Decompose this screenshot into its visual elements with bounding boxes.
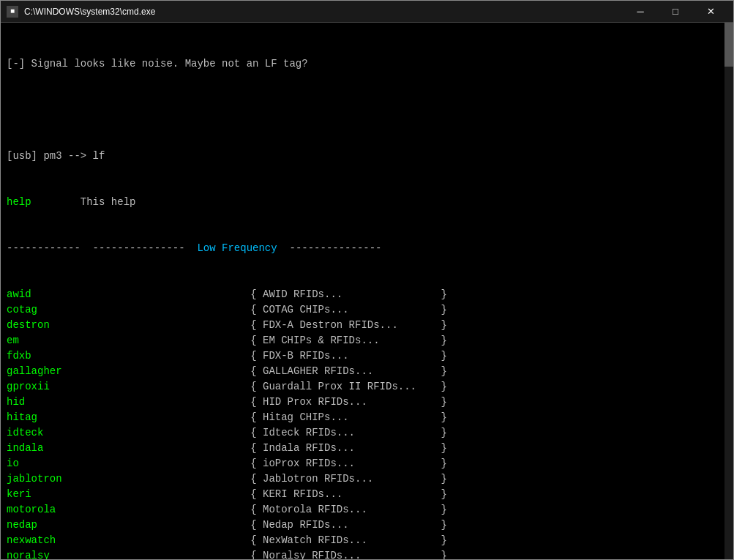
close-button[interactable]: ✕: [694, 1, 727, 23]
table-row: keri { KERI RFIDs... }: [7, 487, 719, 502]
desc-cell: { AWID RFIDs... }: [250, 287, 719, 302]
terminal-body: [-] Signal looks like noise. Maybe not a…: [1, 23, 733, 559]
desc-cell: { ioProx RFIDs... }: [250, 456, 719, 471]
table-row: io { ioProx RFIDs... }: [7, 456, 719, 471]
titlebar: ■ C:\WINDOWS\system32\cmd.exe ─ □ ✕: [1, 1, 733, 23]
table-row: hid { HID Prox RFIDs... }: [7, 395, 719, 410]
desc-cell: { Motorola RFIDs... }: [250, 502, 719, 518]
cmd-cell: hid: [7, 395, 250, 410]
commands-table: awid { AWID RFIDs... } cotag { COTAG CHI…: [7, 287, 719, 559]
cmd-cell: motorola: [7, 502, 250, 518]
cmd-cell: noralsy: [7, 548, 250, 559]
table-row: nexwatch { NexWatch RFIDs... }: [7, 533, 719, 548]
cmd-cell: jablotron: [7, 471, 250, 487]
table-row: cotag { COTAG CHIPs... }: [7, 302, 719, 318]
table-row: hitag { Hitag CHIPs... }: [7, 410, 719, 425]
table-row: idteck { Idteck RFIDs... }: [7, 425, 719, 441]
table-row: fdxb { FDX-B RFIDs... }: [7, 348, 719, 364]
cmd-cell: io: [7, 456, 250, 471]
cmd-cell: destron: [7, 318, 250, 333]
maximize-button[interactable]: □: [659, 1, 692, 23]
desc-cell: { KERI RFIDs... }: [250, 487, 719, 502]
table-row: jablotron { Jablotron RFIDs... }: [7, 471, 719, 487]
table-row: gproxii { Guardall Prox II RFIDs... }: [7, 379, 719, 395]
desc-cell: { Idteck RFIDs... }: [250, 425, 719, 441]
table-row: noralsy { Noralsy RFIDs... }: [7, 548, 719, 559]
minimize-button[interactable]: ─: [623, 1, 657, 23]
cmd-cell: idteck: [7, 425, 250, 441]
desc-cell: { FDX-A Destron RFIDs... }: [250, 318, 719, 333]
desc-cell: { GALLAGHER RFIDs... }: [250, 364, 719, 379]
cmd-cell: gproxii: [7, 379, 250, 395]
window-icon: ■: [7, 6, 18, 18]
scrollbar[interactable]: [724, 23, 733, 559]
cmd-cell: em: [7, 333, 250, 348]
cmd-cell: hitag: [7, 410, 250, 425]
noise-line: [-] Signal looks like noise. Maybe not a…: [7, 56, 719, 72]
prompt-line: [usb] pm3 --> lf: [7, 149, 719, 164]
cmd-cell: nedap: [7, 518, 250, 533]
desc-cell: { HID Prox RFIDs... }: [250, 395, 719, 410]
cmd-cell: gallagher: [7, 364, 250, 379]
scrollbar-thumb[interactable]: [724, 23, 733, 67]
table-row: indala { Indala RFIDs... }: [7, 441, 719, 456]
cmd-cell: fdxb: [7, 348, 250, 364]
desc-cell: { COTAG CHIPs... }: [250, 302, 719, 318]
desc-cell: { Jablotron RFIDs... }: [250, 471, 719, 487]
table-row: gallagher { GALLAGHER RFIDs... }: [7, 364, 719, 379]
desc-cell: { NexWatch RFIDs... }: [250, 533, 719, 548]
cmd-cell: indala: [7, 441, 250, 456]
cmd-cell: cotag: [7, 302, 250, 318]
desc-cell: { Noralsy RFIDs... }: [250, 548, 719, 559]
cmd-window: ■ C:\WINDOWS\system32\cmd.exe ─ □ ✕ [-] …: [0, 0, 734, 560]
blank-line: [7, 102, 719, 118]
separator-lf-line: ------------ --------------- Low Frequen…: [7, 241, 719, 256]
desc-cell: { Nedap RFIDs... }: [250, 518, 719, 533]
help-line: help This help: [7, 195, 719, 210]
table-row: awid { AWID RFIDs... }: [7, 287, 719, 302]
lf-label: Low Frequency: [197, 242, 277, 254]
help-text: This help: [31, 196, 136, 208]
table-row: em { EM CHIPs & RFIDs... }: [7, 333, 719, 348]
cmd-cell: nexwatch: [7, 533, 250, 548]
titlebar-controls: ─ □ ✕: [623, 1, 727, 23]
help-cmd: help: [7, 196, 31, 208]
cmd-cell: keri: [7, 487, 250, 502]
terminal-content[interactable]: [-] Signal looks like noise. Maybe not a…: [1, 23, 724, 559]
table-row: nedap { Nedap RFIDs... }: [7, 518, 719, 533]
window-title: C:\WINDOWS\system32\cmd.exe: [24, 7, 623, 17]
desc-cell: { EM CHIPs & RFIDs... }: [250, 333, 719, 348]
table-row: destron { FDX-A Destron RFIDs... }: [7, 318, 719, 333]
desc-cell: { FDX-B RFIDs... }: [250, 348, 719, 364]
cmd-cell: awid: [7, 287, 250, 302]
desc-cell: { Guardall Prox II RFIDs... }: [250, 379, 719, 395]
desc-cell: { Hitag CHIPs... }: [250, 410, 719, 425]
table-row: motorola { Motorola RFIDs... }: [7, 502, 719, 518]
desc-cell: { Indala RFIDs... }: [250, 441, 719, 456]
